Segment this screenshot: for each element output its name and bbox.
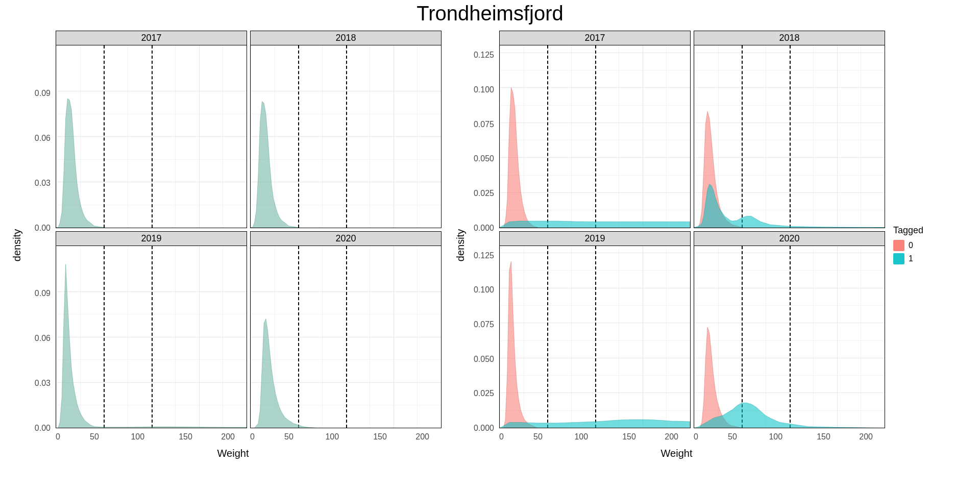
facet-2020: 2020 [694,231,885,429]
density-series-1 [694,184,885,228]
panel [694,246,885,429]
density-series [251,102,298,228]
y-tick-label: 0.100 [474,285,494,295]
panel [56,246,247,429]
figure-title: Trondheimsfjord [0,2,980,25]
x-tick-label: 200 [665,432,678,446]
y-tick-label: 0.125 [474,251,494,260]
legend-swatch-0 [893,240,904,251]
x-tick-label: 200 [859,432,873,446]
y-tick-label: 0.09 [35,289,51,298]
y-tick-label: 0.025 [474,389,494,398]
density-series [251,318,317,428]
panel [56,45,247,228]
x-tick-label: 200 [415,432,429,446]
x-tick-label: 50 [533,432,543,446]
facet-strip: 2017 [499,31,691,45]
density-series-1 [500,420,690,428]
left-chart: 0.000.030.060.09201720180.000.030.060.09… [24,31,442,459]
facet-strip: 2020 [250,231,442,246]
facet-strip: 2019 [56,231,247,246]
facet-2017: 2017 [56,31,247,228]
x-tick-label: 100 [769,432,782,446]
y-tick-label: 0.06 [35,134,51,143]
facet-strip: 2018 [694,31,885,45]
x-tick-label: 0 [250,432,255,446]
x-axis-label-left: Weight [24,448,442,459]
x-tick-label: 150 [179,432,192,446]
facet-strip: 2018 [250,31,442,45]
y-tick-label: 0.00 [35,424,51,433]
y-axis-label-right: density [454,31,468,459]
figure: Trondheimsfjord density 0.000.030.060.09… [0,0,980,490]
right-chart: 0.0000.0250.0500.0750.1000.125201720180.… [468,31,885,459]
x-ticks: 050100150200 [56,431,247,446]
x-tick-label: 50 [728,432,737,446]
x-ticks: 050100150200 [694,431,885,446]
y-ticks: 0.000.030.060.09 [24,231,53,429]
x-tick-label: 100 [325,432,339,446]
y-tick-label: 0.050 [474,355,494,364]
y-ticks: 0.0000.0250.0500.0750.1000.125 [468,231,496,429]
y-tick-label: 0.125 [474,51,494,60]
facet-2017: 2017 [499,31,691,228]
y-tick-label: 0.075 [474,120,494,129]
y-tick-label: 0.025 [474,189,494,198]
y-tick-label: 0.06 [35,334,51,343]
panel [250,246,442,429]
legend-item-1: 1 [893,253,970,264]
x-ticks: 050100150200 [499,431,691,446]
y-tick-label: 0.000 [474,424,494,433]
facet-strip: 2017 [56,31,247,45]
plots-row: density 0.000.030.060.09201720180.000.03… [10,31,970,459]
density-series-1 [500,221,690,227]
x-axis-label-right: Weight [468,448,885,459]
y-tick-label: 0.075 [474,320,494,329]
panel [694,45,885,228]
legend: Tagged 0 1 [885,31,970,459]
x-tick-label: 0 [694,432,698,446]
x-tick-label: 0 [56,432,60,446]
x-tick-label: 100 [131,432,144,446]
y-ticks: 0.0000.0250.0500.0750.1000.125 [468,31,496,228]
facet-strip: 2020 [694,231,885,246]
y-tick-label: 0.03 [35,179,51,188]
facet-2018: 2018 [694,31,885,228]
y-tick-label: 0.050 [474,154,494,163]
x-tick-label: 0 [499,432,504,446]
density-series [56,99,104,227]
legend-title: Tagged [893,225,970,236]
y-tick-label: 0.03 [35,379,51,388]
x-tick-label: 150 [817,432,830,446]
facet-strip: 2019 [499,231,691,246]
facet-2019: 2019 [499,231,691,429]
density-series-1 [694,403,885,428]
density-series-0 [500,261,538,428]
legend-swatch-1 [893,253,904,264]
density-series-0 [500,87,538,227]
x-tick-label: 50 [284,432,293,446]
density-series [56,264,247,428]
x-tick-label: 200 [221,432,235,446]
panel [250,45,442,228]
y-ticks: 0.000.030.060.09 [24,31,53,228]
facet-2020: 2020 [250,231,442,429]
y-tick-label: 0.09 [35,89,51,98]
x-ticks: 050100150200 [250,431,442,446]
x-tick-label: 150 [373,432,387,446]
facet-2019: 2019 [56,231,247,429]
x-tick-label: 100 [574,432,588,446]
x-tick-label: 50 [90,432,99,446]
y-axis-label-left: density [10,31,24,459]
x-tick-label: 150 [622,432,636,446]
y-tick-label: 0.100 [474,85,494,94]
legend-item-0: 0 [893,240,970,251]
panel [499,246,691,429]
panel [499,45,691,228]
facet-2018: 2018 [250,31,442,228]
